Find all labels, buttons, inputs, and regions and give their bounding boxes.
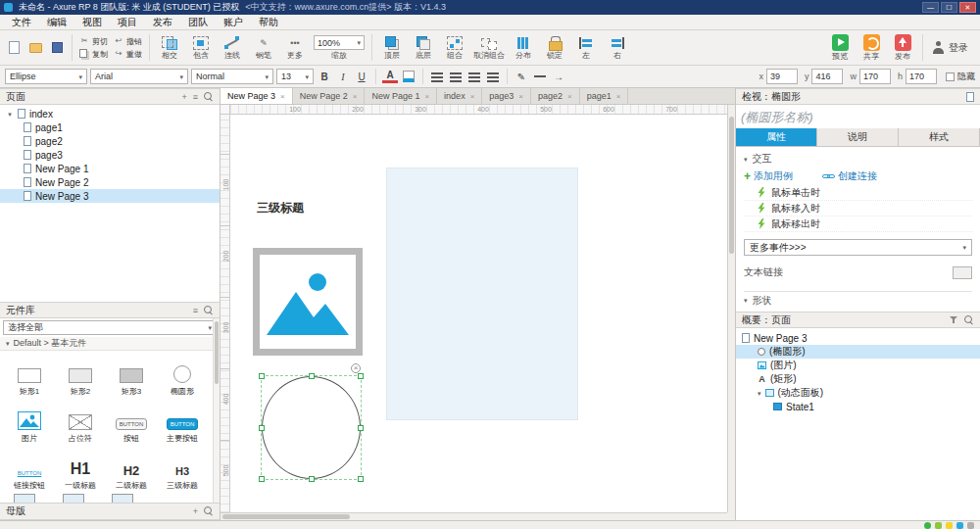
hide-checkbox[interactable] bbox=[946, 72, 955, 81]
tab-new-page-1[interactable]: New Page 1× bbox=[365, 88, 437, 104]
preview-button[interactable]: 预览 bbox=[825, 32, 855, 64]
masters-panel-header[interactable]: 母版 + bbox=[0, 503, 220, 520]
close-button[interactable]: ✕ bbox=[959, 2, 976, 13]
select-contain-button[interactable]: 包含 bbox=[186, 32, 216, 64]
send-to-back-button[interactable]: 底层 bbox=[409, 32, 438, 64]
tray-icon-yellow[interactable] bbox=[946, 522, 953, 529]
line-width-button[interactable] bbox=[532, 69, 548, 84]
search-library-icon[interactable] bbox=[204, 306, 214, 315]
widget-rect1[interactable]: 矩形1 bbox=[4, 355, 55, 397]
menu-item-file[interactable]: 文件 bbox=[4, 16, 39, 29]
canvas-viewport[interactable]: 三级标题 × bbox=[230, 115, 727, 512]
scrollbar-thumb[interactable] bbox=[729, 117, 734, 254]
close-tab-icon[interactable]: × bbox=[280, 92, 285, 101]
tree-item-page3[interactable]: page3 bbox=[0, 148, 220, 162]
open-file-button[interactable] bbox=[25, 35, 45, 61]
canvas-hscrollbar[interactable] bbox=[220, 512, 727, 520]
vertical-align-button[interactable] bbox=[485, 69, 501, 84]
close-tab-icon[interactable]: × bbox=[353, 92, 358, 101]
page-menu-icon[interactable]: ≡ bbox=[193, 92, 198, 102]
widget-name-input[interactable] bbox=[741, 107, 975, 126]
outline-item-state1[interactable]: State1 bbox=[736, 400, 980, 413]
outline-item-rect[interactable]: A(矩形) bbox=[736, 372, 980, 386]
x-input[interactable] bbox=[766, 69, 798, 84]
y-input[interactable] bbox=[811, 69, 843, 84]
resize-handle-w[interactable] bbox=[259, 425, 265, 431]
tab-new-page-3[interactable]: New Page 3× bbox=[220, 88, 293, 104]
outline-item-image[interactable]: (图片) bbox=[736, 359, 980, 372]
tab-notes[interactable]: 说明 bbox=[817, 128, 899, 146]
hide-toggle[interactable]: 隐藏 bbox=[946, 71, 975, 83]
font-size-select[interactable]: 13▾ bbox=[276, 69, 314, 84]
resize-handle-ne[interactable] bbox=[358, 373, 364, 379]
resize-handle-sw[interactable] bbox=[259, 476, 265, 482]
menu-item-edit[interactable]: 编辑 bbox=[39, 16, 74, 29]
tab-style[interactable]: 样式 bbox=[899, 128, 980, 146]
tab-properties[interactable]: 属性 bbox=[736, 128, 817, 146]
align-text-center-button[interactable] bbox=[448, 69, 464, 84]
more-events-select[interactable]: 更多事件>>>▾ bbox=[744, 239, 972, 256]
inspector-page-icon[interactable] bbox=[966, 92, 974, 102]
create-connection-link[interactable]: 创建连接 bbox=[822, 169, 877, 183]
resize-handle-se[interactable] bbox=[358, 476, 364, 482]
zoom-control[interactable]: 100%▾ 缩放 bbox=[312, 32, 367, 64]
widget-button[interactable]: BUTTON按钮 bbox=[106, 402, 157, 444]
group-button[interactable]: 组合 bbox=[440, 32, 469, 64]
save-button[interactable] bbox=[47, 35, 67, 61]
event-onmouseenter[interactable]: 鼠标移入时 bbox=[744, 201, 972, 216]
widget-style-select[interactable]: Ellipse▾ bbox=[5, 69, 87, 84]
resize-handle-n[interactable] bbox=[309, 373, 315, 379]
widget-h2[interactable]: H2二级标题 bbox=[106, 449, 157, 491]
widget-primary-button[interactable]: BUTTON主要按钮 bbox=[157, 402, 208, 444]
h-input[interactable] bbox=[906, 69, 937, 84]
arrow-style-button[interactable]: → bbox=[551, 69, 566, 84]
tray-icon-green[interactable] bbox=[924, 522, 931, 529]
menu-item-team[interactable]: 团队 bbox=[180, 16, 216, 29]
close-tab-icon[interactable]: × bbox=[518, 92, 523, 101]
scrollbar-thumb[interactable] bbox=[215, 321, 219, 384]
library-section-header[interactable]: ▾Default > 基本元件 bbox=[0, 337, 220, 351]
menu-item-help[interactable]: 帮助 bbox=[251, 16, 286, 29]
widget-ellipse[interactable]: 椭圆形 bbox=[157, 355, 208, 397]
collapse-icon[interactable]: ▾ bbox=[6, 111, 14, 118]
dynamic-panel-widget[interactable] bbox=[386, 168, 578, 420]
close-tab-icon[interactable]: × bbox=[470, 92, 475, 101]
library-menu-icon[interactable]: ≡ bbox=[193, 306, 198, 315]
menu-item-account[interactable]: 账户 bbox=[216, 16, 251, 29]
align-text-left-button[interactable] bbox=[429, 69, 445, 84]
tree-item-new-page-2[interactable]: New Page 2 bbox=[0, 175, 220, 189]
library-scrollbar[interactable] bbox=[213, 318, 220, 503]
menu-item-project[interactable]: 项目 bbox=[110, 16, 145, 29]
menu-item-view[interactable]: 视图 bbox=[74, 16, 110, 29]
login-button[interactable]: 登录 bbox=[932, 41, 968, 55]
outline-search-icon[interactable] bbox=[964, 315, 974, 325]
widget-rect3[interactable]: 矩形3 bbox=[106, 355, 157, 397]
minimize-button[interactable]: — bbox=[922, 2, 939, 13]
tab-page2[interactable]: page2× bbox=[531, 88, 580, 104]
interactions-section-header[interactable]: ▾交互 bbox=[744, 150, 972, 168]
canvas-vscrollbar[interactable] bbox=[727, 105, 735, 512]
search-masters-icon[interactable] bbox=[204, 506, 214, 516]
tab-index[interactable]: index× bbox=[437, 88, 482, 104]
zoom-select[interactable]: 100%▾ bbox=[314, 35, 365, 50]
align-left-button[interactable]: 左 bbox=[571, 32, 601, 64]
widget-h1[interactable]: H1一级标题 bbox=[55, 449, 106, 491]
font-family-select[interactable]: Arial▾ bbox=[90, 69, 188, 84]
maximize-button[interactable]: ☐ bbox=[941, 2, 957, 13]
widget-placeholder[interactable]: 占位符 bbox=[55, 402, 106, 444]
widget-image[interactable]: 图片 bbox=[4, 402, 55, 444]
tree-item-page2[interactable]: page2 bbox=[0, 134, 220, 148]
menu-item-publish[interactable]: 发布 bbox=[145, 16, 180, 29]
add-case-link[interactable]: +添加用例 bbox=[744, 169, 793, 183]
lock-button[interactable]: 锁定 bbox=[540, 32, 569, 64]
undo-button[interactable]: ↩撤销 bbox=[114, 36, 142, 47]
connector-button[interactable]: 连线 bbox=[218, 32, 247, 64]
redo-button[interactable]: ↪重做 bbox=[114, 49, 142, 60]
tray-icon-blue[interactable] bbox=[956, 522, 963, 529]
add-master-icon[interactable]: + bbox=[193, 506, 198, 516]
new-file-button[interactable] bbox=[4, 35, 24, 61]
select-intersect-button[interactable]: 相交 bbox=[155, 32, 184, 64]
add-page-icon[interactable]: + bbox=[181, 92, 186, 102]
collapse-icon[interactable]: ▾ bbox=[758, 390, 761, 397]
resize-handle-s[interactable] bbox=[309, 476, 315, 482]
